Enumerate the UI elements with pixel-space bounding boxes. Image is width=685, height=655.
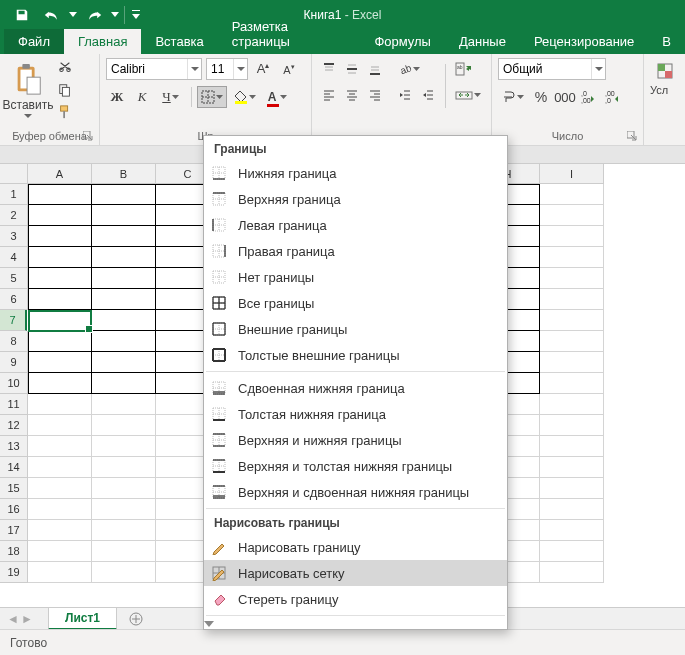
cell[interactable]	[540, 457, 604, 478]
cell[interactable]	[92, 247, 156, 268]
italic-button[interactable]: К	[131, 86, 153, 108]
font-name-combo[interactable]	[106, 58, 202, 80]
cell[interactable]	[92, 268, 156, 289]
cell[interactable]	[540, 499, 604, 520]
tab-page-layout[interactable]: Разметка страницы	[218, 14, 361, 54]
cell[interactable]	[92, 184, 156, 205]
decrease-indent-button[interactable]	[394, 84, 416, 106]
cell[interactable]	[540, 541, 604, 562]
menu-item[interactable]: Нижняя граница	[204, 160, 507, 186]
format-painter-button[interactable]	[54, 102, 76, 122]
sheet-nav-next[interactable]: ►	[20, 612, 34, 626]
row-header[interactable]: 1	[0, 184, 28, 205]
menu-item[interactable]: Верхняя и толстая нижняя границы	[204, 453, 507, 479]
accounting-format-button[interactable]	[498, 86, 528, 108]
menu-item[interactable]: Сдвоенная нижняя граница	[204, 375, 507, 401]
cell[interactable]	[28, 436, 92, 457]
column-header[interactable]: A	[28, 164, 92, 184]
row-header[interactable]: 17	[0, 520, 28, 541]
chevron-down-icon[interactable]	[187, 59, 201, 79]
chevron-down-icon[interactable]	[591, 59, 605, 79]
cell[interactable]	[540, 331, 604, 352]
cell[interactable]	[28, 541, 92, 562]
cell[interactable]	[92, 226, 156, 247]
menu-item[interactable]: Толстые внешние границы	[204, 342, 507, 368]
orientation-button[interactable]: ab	[394, 58, 424, 80]
cell[interactable]	[540, 373, 604, 394]
cell[interactable]	[28, 310, 92, 331]
cut-button[interactable]	[54, 58, 76, 78]
cell[interactable]	[540, 394, 604, 415]
clipboard-launcher-icon[interactable]	[83, 131, 95, 143]
conditional-formatting-button[interactable]	[650, 60, 682, 82]
row-header[interactable]: 18	[0, 541, 28, 562]
cell[interactable]	[92, 541, 156, 562]
sheet-tab-active[interactable]: Лист1	[48, 607, 117, 630]
increase-font-button[interactable]: A▴	[252, 58, 274, 80]
cell[interactable]	[28, 562, 92, 583]
cell[interactable]	[540, 520, 604, 541]
cell[interactable]	[92, 352, 156, 373]
align-center-button[interactable]	[341, 84, 363, 106]
menu-item[interactable]: Верхняя и нижняя границы	[204, 427, 507, 453]
fill-color-button[interactable]	[230, 86, 260, 108]
cell[interactable]	[28, 478, 92, 499]
cell[interactable]	[92, 415, 156, 436]
cell[interactable]	[92, 520, 156, 541]
redo-dropdown-arrow[interactable]	[110, 3, 120, 27]
cell[interactable]	[92, 478, 156, 499]
cell[interactable]	[540, 478, 604, 499]
cell[interactable]	[28, 520, 92, 541]
add-sheet-button[interactable]	[125, 608, 147, 630]
underline-button[interactable]: Ч	[156, 86, 186, 108]
row-header[interactable]: 3	[0, 226, 28, 247]
paste-button[interactable]: Вставить	[6, 58, 50, 124]
increase-decimal-button[interactable]: ,0,00	[578, 86, 600, 108]
cell[interactable]	[540, 268, 604, 289]
row-header[interactable]: 12	[0, 415, 28, 436]
menu-item[interactable]: Правая граница	[204, 238, 507, 264]
merge-button[interactable]	[452, 84, 484, 106]
cell[interactable]	[92, 499, 156, 520]
row-header[interactable]: 11	[0, 394, 28, 415]
tab-data[interactable]: Данные	[445, 29, 520, 54]
save-button[interactable]	[8, 3, 36, 27]
cell[interactable]	[28, 268, 92, 289]
align-right-button[interactable]	[364, 84, 386, 106]
row-header[interactable]: 14	[0, 457, 28, 478]
font-size-combo[interactable]	[206, 58, 248, 80]
cell[interactable]	[92, 436, 156, 457]
menu-item[interactable]: Нет границы	[204, 264, 507, 290]
cell[interactable]	[540, 352, 604, 373]
cell[interactable]	[540, 184, 604, 205]
menu-more-indicator[interactable]	[204, 619, 507, 627]
cell[interactable]	[92, 457, 156, 478]
cell[interactable]	[540, 415, 604, 436]
wrap-text-button[interactable]: ab	[452, 58, 476, 80]
decrease-decimal-button[interactable]: ,00,0	[602, 86, 624, 108]
increase-indent-button[interactable]	[417, 84, 439, 106]
number-launcher-icon[interactable]	[627, 131, 639, 143]
menu-item[interactable]: Левая граница	[204, 212, 507, 238]
decrease-font-button[interactable]: A▾	[278, 58, 300, 80]
font-size-input[interactable]	[207, 62, 233, 76]
cell[interactable]	[540, 562, 604, 583]
cell[interactable]	[92, 310, 156, 331]
row-header[interactable]: 7	[0, 310, 27, 331]
cell[interactable]	[28, 205, 92, 226]
redo-button[interactable]	[80, 3, 108, 27]
cell[interactable]	[28, 184, 92, 205]
menu-item[interactable]: Нарисовать границу	[204, 534, 507, 560]
menu-item[interactable]: Толстая нижняя граница	[204, 401, 507, 427]
row-header[interactable]: 15	[0, 478, 28, 499]
align-bottom-button[interactable]	[364, 58, 386, 80]
menu-item[interactable]: Верхняя и сдвоенная нижняя границы	[204, 479, 507, 505]
cell[interactable]	[540, 226, 604, 247]
row-header[interactable]: 9	[0, 352, 28, 373]
row-header[interactable]: 4	[0, 247, 28, 268]
row-header[interactable]: 13	[0, 436, 28, 457]
cell[interactable]	[92, 562, 156, 583]
row-header[interactable]: 2	[0, 205, 28, 226]
cell[interactable]	[92, 331, 156, 352]
cell[interactable]	[540, 310, 604, 331]
